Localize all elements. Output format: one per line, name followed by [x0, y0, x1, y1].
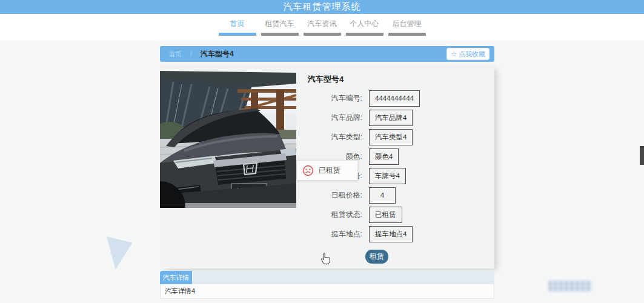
field-value-box: 提车地点4 [369, 226, 413, 242]
nav-label: 汽车资讯 [308, 19, 337, 28]
star-icon: ☆ [451, 50, 457, 58]
field-value-box: 汽车品牌4 [369, 110, 413, 126]
breadcrumb: 首页 / 汽车型号4 ☆ 点我收藏 [160, 46, 494, 62]
field-row-car-number: 汽车编号: 4444444444 [308, 90, 490, 107]
favorite-label: 点我收藏 [459, 50, 485, 59]
field-row-type: 汽车类型: 汽车类型4 [308, 129, 490, 145]
breadcrumb-separator: / [190, 50, 192, 58]
detail-tabs-section: 汽车详情 汽车详情4 [160, 271, 494, 299]
detail-panel: ACCORD 汽车型号4 汽车编号: 4444444444 汽车品牌: [160, 65, 494, 268]
rented-popup: 已租赁 [296, 160, 358, 181]
detail-tabbar: 汽车详情 [160, 271, 494, 284]
favorite-button[interactable]: ☆ 点我收藏 [446, 48, 490, 60]
car-photo-illustration: ACCORD [160, 71, 296, 208]
watermark [548, 281, 592, 291]
nav-label: 首页 [230, 19, 245, 28]
nav-item-home[interactable]: 首页 [219, 19, 256, 36]
nav-item-admin[interactable]: 后台管理 [388, 19, 426, 36]
nav-underline [219, 33, 256, 36]
scrollbar-thumb[interactable] [640, 146, 644, 165]
field-value-box: 车牌号4 [369, 168, 406, 184]
field-row-pickup-location: 提车地点: 提车地点4 [308, 226, 490, 242]
field-label: 汽车类型: [308, 132, 362, 142]
nav-underline [346, 33, 383, 36]
breadcrumb-current: 汽车型号4 [201, 49, 234, 59]
field-value-box: 4 [369, 187, 396, 204]
app-title: 汽车租赁管理系统 [284, 1, 361, 13]
nav-underline [388, 33, 426, 36]
field-row-brand: 汽车品牌: 汽车品牌4 [308, 110, 490, 126]
nav-item-rent-cars[interactable]: 租赁汽车 [261, 19, 299, 36]
tab-car-details[interactable]: 汽车详情 [160, 271, 192, 284]
field-value-box: 颜色4 [369, 148, 399, 165]
field-row-rent-status: 租赁状态: 已租赁 [308, 207, 490, 223]
breadcrumb-home-link[interactable]: 首页 [168, 50, 182, 59]
field-row-daily-price: 日租价格: 4 [308, 187, 490, 204]
field-label: 日租价格: [308, 190, 362, 201]
car-details-content: 汽车详情4 [160, 284, 494, 299]
page: 汽车租赁管理系统 首页 租赁汽车 汽车资讯 个人中心 后台管理 首页 / 汽车型… [0, 0, 644, 303]
sad-face-icon [302, 165, 314, 176]
hand-cursor-icon [319, 252, 331, 265]
field-value-box: 汽车类型4 [369, 129, 413, 145]
rented-popup-message: 已租赁 [319, 165, 340, 176]
decorative-triangle [105, 236, 133, 270]
nav-label: 后台管理 [393, 19, 422, 28]
field-label: 租赁状态: [308, 210, 362, 220]
car-model-title: 汽车型号4 [308, 74, 490, 85]
main-nav: 首页 租赁汽车 汽车资讯 个人中心 后台管理 [0, 14, 644, 41]
car-photo: ACCORD [160, 71, 296, 208]
nav-label: 租赁汽车 [265, 19, 294, 28]
nav-item-personal-center[interactable]: 个人中心 [346, 19, 383, 36]
nav-underline [304, 33, 341, 36]
nav-label: 个人中心 [350, 19, 379, 28]
field-label: 汽车品牌: [308, 113, 362, 123]
nav-item-car-news[interactable]: 汽车资讯 [304, 19, 341, 36]
field-label: 提车地点: [308, 229, 362, 239]
field-value-box: 已租赁 [369, 207, 402, 223]
app-header: 汽车租赁管理系统 [0, 0, 644, 14]
field-label: 汽车编号: [308, 93, 362, 104]
rent-button[interactable]: 租赁 [365, 250, 388, 264]
field-value-box: 4444444444 [369, 90, 420, 107]
nav-underline [261, 33, 299, 36]
